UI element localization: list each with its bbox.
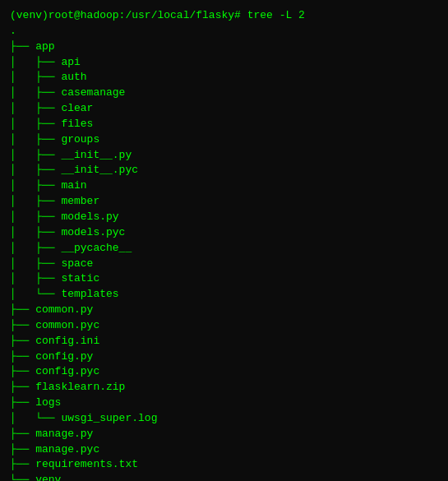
tree-line: ├── manage.pyc <box>10 442 438 458</box>
tree-line: │ ├── api <box>10 55 438 71</box>
tree-line: │ ├── files <box>10 117 438 132</box>
tree-line: ├── requirements.txt <box>10 457 438 473</box>
tree-line: ├── manage.py <box>10 427 438 442</box>
tree-line: │ ├── models.py <box>10 210 438 225</box>
tree-line: ├── config.ini <box>10 334 438 349</box>
tree-line: │ ├── models.pyc <box>10 225 438 241</box>
tree-line: │ ├── space <box>10 257 438 272</box>
tree-line: │ ├── main <box>10 178 438 194</box>
tree-line: │ ├── casemanage <box>10 86 438 101</box>
tree-line: │ ├── clear <box>10 101 438 117</box>
tree-line: │ ├── __pycache__ <box>10 241 438 257</box>
tree-line: ├── flasklearn.zip <box>10 380 438 395</box>
tree-line: . <box>10 24 438 39</box>
tree-line: │ ├── __init__.py <box>10 148 438 164</box>
tree-line: ├── common.pyc <box>10 318 438 334</box>
tree-line: │ ├── groups <box>10 132 438 148</box>
prompt-line: (venv)root@hadoop:/usr/local/flasky# tre… <box>10 8 438 24</box>
tree-line: │ ├── static <box>10 271 438 287</box>
tree-line: ├── app <box>10 39 438 55</box>
tree-line: │ └── templates <box>10 287 438 303</box>
tree-line: │ ├── member <box>10 194 438 210</box>
tree-line: ├── common.py <box>10 303 438 318</box>
tree-line: ├── logs <box>10 395 438 411</box>
tree-line: └── venv <box>10 473 438 481</box>
tree-line: ├── config.py <box>10 349 438 365</box>
terminal-window: (venv)root@hadoop:/usr/local/flasky# tre… <box>0 0 448 481</box>
tree-output: .├── app│ ├── api│ ├── auth│ ├── caseman… <box>10 24 438 481</box>
tree-line: │ └── uwsgi_super.log <box>10 411 438 427</box>
tree-line: │ ├── __init__.pyc <box>10 163 438 178</box>
tree-line: │ ├── auth <box>10 70 438 86</box>
tree-line: ├── config.pyc <box>10 364 438 380</box>
